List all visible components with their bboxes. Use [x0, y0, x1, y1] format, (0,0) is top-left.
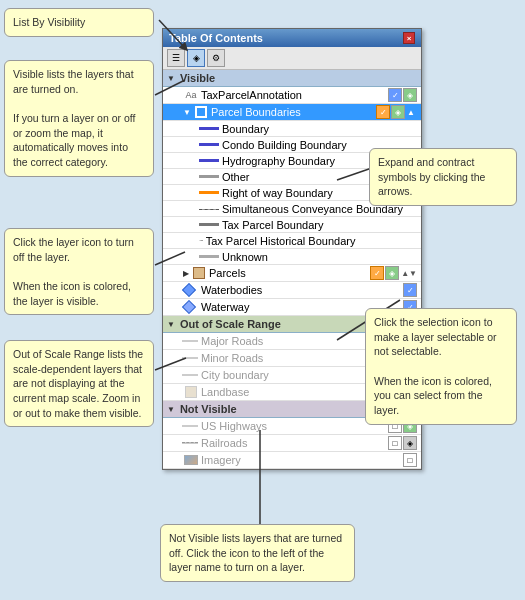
visibility-toggle-waterbodies[interactable]: ✓: [403, 283, 417, 297]
tooltip-visible-description: Visible lists the layers that are turned…: [4, 60, 154, 177]
selection-toggle-railroads[interactable]: ◈: [403, 436, 417, 450]
selection-toggle-taxparcel[interactable]: ◈: [403, 88, 417, 102]
layer-name-tax-parcel-historical: Tax Parcel Historical Boundary: [206, 235, 417, 247]
major-roads-icon: [183, 334, 199, 348]
tooltip-not-visible-text: Not Visible lists layers that are turned…: [169, 532, 342, 573]
layer-name-unknown: Unknown: [222, 251, 417, 263]
toc-toolbar: ☰ ◈ ⚙: [163, 47, 421, 70]
conveyance-symbol: [199, 209, 219, 210]
boundary-symbol: [199, 127, 219, 130]
unknown-symbol: [199, 255, 219, 258]
visibility-toggle-railroads[interactable]: □: [388, 436, 402, 450]
layer-name-taxparcel-annotation: TaxParcelAnnotation: [201, 89, 387, 101]
hydro-symbol: [199, 159, 219, 162]
tooltip-visible-text: Visible lists the layers that are turned…: [13, 68, 135, 168]
selection-toggle-parcel-boundaries[interactable]: ◈: [391, 105, 405, 119]
city-boundary-icon: [183, 368, 199, 382]
layer-imagery[interactable]: Imagery □: [163, 452, 421, 469]
layer-unknown[interactable]: Unknown: [163, 249, 421, 265]
layer-railroads[interactable]: Railroads □ ◈: [163, 435, 421, 452]
row-symbol: [199, 191, 219, 194]
parcel-boundaries-expand[interactable]: ▼: [183, 108, 191, 117]
imagery-icon: [183, 453, 199, 467]
section-visible[interactable]: ▼ Visible: [163, 70, 421, 87]
minor-roads-icon: [183, 351, 199, 365]
layer-parcels[interactable]: ▶ Parcels ✓ ◈ ▲▼: [163, 265, 421, 282]
layer-tax-parcel-historical[interactable]: ··· Tax Parcel Historical Boundary: [163, 233, 421, 249]
layer-name-imagery: Imagery: [201, 454, 402, 466]
condo-symbol: [199, 143, 219, 146]
tooltip-expand-text: Expand and contract symbols by clicking …: [378, 156, 485, 197]
out-of-scale-expand-arrow[interactable]: ▼: [167, 320, 175, 329]
tooltip-selection: Click the selection icon to make a layer…: [365, 308, 517, 425]
list-view-button[interactable]: ☰: [167, 49, 185, 67]
layer-name-parcels: Parcels: [209, 267, 369, 279]
layer-name-parcel-boundaries: Parcel Boundaries: [211, 106, 375, 118]
parcel-boundaries-icon: [193, 105, 209, 119]
layer-name-tax-parcel-boundary: Tax Parcel Boundary: [222, 219, 417, 231]
selection-toggle-parcels[interactable]: ◈: [385, 266, 399, 280]
railroads-icon: [183, 436, 199, 450]
historical-symbol: ···: [199, 236, 203, 245]
landbase-icon: [183, 385, 199, 399]
tooltip-layer-icon-text: Click the layer icon to turn off the lay…: [13, 236, 134, 307]
visible-expand-arrow[interactable]: ▼: [167, 74, 175, 83]
layer-tax-parcel-annotation[interactable]: Aa TaxParcelAnnotation ✓ ◈: [163, 87, 421, 104]
section-out-of-scale-label: Out of Scale Range: [180, 318, 281, 330]
toc-titlebar: Table Of Contents ×: [163, 29, 421, 47]
waterway-icon: [183, 300, 199, 314]
parcel-boundaries-collapse-arrow[interactable]: ▲: [407, 108, 415, 117]
section-visible-label: Visible: [180, 72, 215, 84]
bullet-view-button[interactable]: ◈: [187, 49, 205, 67]
waterbodies-icon: [183, 283, 199, 297]
annotation-icon: Aa: [183, 88, 199, 102]
tooltip-list-by-visibility: List By Visibility: [4, 8, 154, 37]
visibility-toggle-imagery[interactable]: □: [403, 453, 417, 467]
parcels-arrows[interactable]: ▲▼: [401, 269, 417, 278]
visibility-toggle-parcels[interactable]: ✓: [370, 266, 384, 280]
visibility-toggle-taxparcel[interactable]: ✓: [388, 88, 402, 102]
other-symbol: [199, 175, 219, 178]
tax-parcel-symbol: [199, 223, 219, 226]
tooltip-expand: Expand and contract symbols by clicking …: [369, 148, 517, 206]
tooltip-out-of-scale-text: Out of Scale Range lists the scale-depen…: [13, 348, 143, 419]
layer-waterbodies[interactable]: Waterbodies ✓: [163, 282, 421, 299]
layer-parcel-boundaries[interactable]: ▼ Parcel Boundaries ✓ ◈ ▲: [163, 104, 421, 121]
layer-name-boundary: Boundary: [222, 123, 417, 135]
tooltip-layer-icon: Click the layer icon to turn off the lay…: [4, 228, 154, 315]
visibility-toggle-parcel-boundaries[interactable]: ✓: [376, 105, 390, 119]
tooltip-not-visible: Not Visible lists layers that are turned…: [160, 524, 355, 582]
tooltip-visibility-text: List By Visibility: [13, 16, 85, 28]
toc-title: Table Of Contents: [169, 32, 263, 44]
layer-boundary[interactable]: Boundary: [163, 121, 421, 137]
us-highways-icon: [183, 419, 199, 433]
parcels-icon: [191, 266, 207, 280]
toc-close-button[interactable]: ×: [403, 32, 415, 44]
layer-name-us-highways: US Highways: [201, 420, 387, 432]
section-not-visible-label: Not Visible: [180, 403, 237, 415]
layer-name-railroads: Railroads: [201, 437, 387, 449]
layer-tax-parcel-boundary[interactable]: Tax Parcel Boundary: [163, 217, 421, 233]
not-visible-expand-arrow[interactable]: ▼: [167, 405, 175, 414]
toc-titlebar-buttons: ×: [403, 32, 415, 44]
parcels-expand-arrow[interactable]: ▶: [183, 269, 189, 278]
properties-button[interactable]: ⚙: [207, 49, 225, 67]
layer-name-waterbodies: Waterbodies: [201, 284, 402, 296]
tooltip-selection-text: Click the selection icon to make a layer…: [374, 316, 497, 416]
tooltip-out-of-scale: Out of Scale Range lists the scale-depen…: [4, 340, 154, 427]
